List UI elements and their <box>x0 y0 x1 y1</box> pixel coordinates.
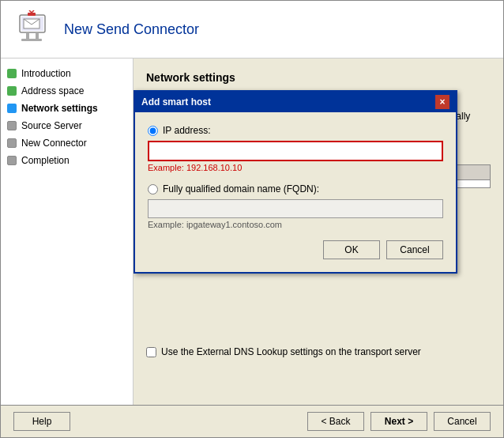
sidebar-item-new-connector[interactable]: New Connector <box>1 134 133 152</box>
dot-source-server <box>7 121 17 130</box>
sidebar: Introduction Address space Network setti… <box>1 59 134 405</box>
sidebar-item-source-server[interactable]: Source Server <box>1 117 133 134</box>
dot-new-connector <box>7 138 17 148</box>
ip-address-input[interactable] <box>148 141 443 161</box>
fqdn-label-text: Fully qualified domain name (FQDN): <box>163 183 319 194</box>
page-title: New Send Connector <box>64 21 199 38</box>
external-dns-label[interactable]: Use the External DNS Lookup settings on … <box>161 346 421 357</box>
dot-completion <box>7 156 17 165</box>
svg-rect-3 <box>26 32 29 39</box>
ip-label-text: IP address: <box>163 125 210 136</box>
dialog-buttons: OK Cancel <box>148 240 443 259</box>
fqdn-field-group: Fully qualified domain name (FQDN): Exam… <box>148 183 443 229</box>
dialog-body: IP address: Example: 192.168.10.10 Fully… <box>135 112 456 272</box>
sidebar-item-completion[interactable]: Completion <box>1 152 133 169</box>
sidebar-item-network-settings[interactable]: Network settings <box>1 100 133 117</box>
add-smart-host-dialog: Add smart host × IP address: Example <box>134 90 457 274</box>
radio-ip[interactable] <box>148 126 158 136</box>
svg-rect-4 <box>36 32 39 39</box>
sidebar-label-new-connector: New Connector <box>21 138 87 149</box>
main-window: New Send Connector Introduction Address … <box>0 0 504 438</box>
fqdn-example: Example: ipgateway1.contoso.com <box>148 220 443 229</box>
sidebar-label-source-server: Source Server <box>21 120 82 131</box>
content-area: Network settings Select how to send mail… <box>134 59 503 405</box>
sidebar-label-network-settings: Network settings <box>21 103 98 114</box>
main-area: Introduction Address space Network setti… <box>1 59 503 405</box>
ip-example: Example: 192.168.10.10 <box>148 163 443 172</box>
section-title: Network settings <box>146 71 491 84</box>
dialog-titlebar: Add smart host × <box>135 92 456 112</box>
cancel-dialog-button[interactable]: Cancel <box>386 240 443 259</box>
dot-introduction <box>7 69 17 78</box>
dot-address-space <box>7 86 17 96</box>
dialog-title: Add smart host <box>141 96 211 108</box>
next-button[interactable]: Next > <box>370 412 427 431</box>
fqdn-radio-label[interactable]: Fully qualified domain name (FQDN): <box>148 183 443 194</box>
external-dns-checkbox[interactable] <box>146 347 156 357</box>
ip-radio-label[interactable]: IP address: <box>148 125 443 136</box>
radio-fqdn[interactable] <box>148 184 158 194</box>
header: New Send Connector <box>1 1 503 59</box>
ok-button[interactable]: OK <box>323 240 380 259</box>
svg-rect-5 <box>21 39 42 41</box>
external-dns-row: Use the External DNS Lookup settings on … <box>146 346 491 357</box>
footer: Help < Back Next > Cancel <box>1 405 503 437</box>
cancel-button[interactable]: Cancel <box>434 412 491 431</box>
sidebar-label-introduction: Introduction <box>21 68 71 79</box>
sidebar-label-address-space: Address space <box>21 85 84 96</box>
sidebar-item-address-space[interactable]: Address space <box>1 82 133 100</box>
ip-field-group: IP address: Example: 192.168.10.10 <box>148 125 443 172</box>
footer-right: < Back Next > Cancel <box>307 412 491 431</box>
footer-left: Help <box>13 412 70 431</box>
dot-network-settings <box>7 104 17 113</box>
fqdn-input[interactable] <box>148 199 443 218</box>
send-connector-icon <box>13 10 51 48</box>
sidebar-label-completion: Completion <box>21 155 70 166</box>
dialog-close-button[interactable]: × <box>435 95 449 109</box>
back-button[interactable]: < Back <box>307 412 364 431</box>
help-button[interactable]: Help <box>13 412 70 431</box>
sidebar-item-introduction[interactable]: Introduction <box>1 65 133 82</box>
